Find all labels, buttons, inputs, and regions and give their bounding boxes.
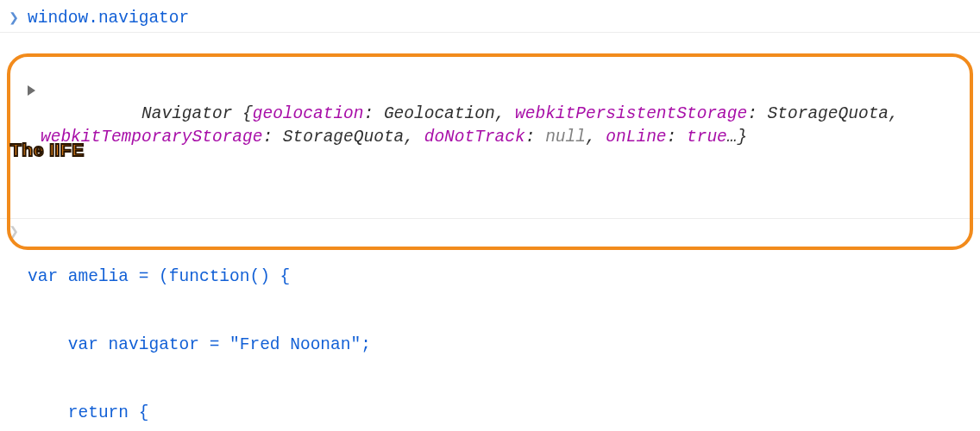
- prop-value: StorageQuota: [283, 128, 404, 147]
- code-line: var amelia = (function() {: [28, 265, 973, 288]
- prop-name: webkitPersistentStorage: [515, 104, 747, 123]
- prop-name: webkitTemporaryStorage: [41, 128, 262, 147]
- console-input-block: var amelia = (function() { var navigator…: [28, 221, 973, 431]
- console-input-text: window.navigator: [28, 7, 973, 29]
- console: ❯ window.navigator Navigator {geolocatio…: [0, 0, 980, 431]
- code-line: return {: [28, 402, 973, 424]
- prompt-icon: ❯: [0, 7, 28, 30]
- prop-name: doNotTrack: [424, 128, 525, 147]
- prop-name: onLine: [606, 128, 666, 147]
- object-constructor: Navigator: [141, 104, 232, 123]
- console-result-body: Navigator {geolocation: Geolocation, web…: [28, 34, 973, 216]
- prop-value: true: [687, 128, 727, 147]
- prop-value: null: [545, 128, 586, 147]
- console-input-row[interactable]: ❯ window.navigator: [0, 5, 980, 33]
- prop-value: StorageQuota: [768, 104, 889, 123]
- console-result-row: Navigator {geolocation: Geolocation, web…: [0, 33, 980, 219]
- console-input-row[interactable]: ❯ var amelia = (function() { var navigat…: [0, 219, 980, 431]
- ellipsis: …: [727, 128, 738, 147]
- prop-name: geolocation: [253, 104, 364, 123]
- prop-value: Geolocation: [384, 104, 495, 123]
- expand-icon[interactable]: [28, 85, 35, 96]
- code-line: var navigator = "Fred Noonan";: [28, 334, 973, 356]
- prompt-icon: ❯: [0, 221, 28, 244]
- result-gutter: [0, 34, 28, 35]
- object-preview[interactable]: Navigator {geolocation: Geolocation, web…: [41, 80, 908, 171]
